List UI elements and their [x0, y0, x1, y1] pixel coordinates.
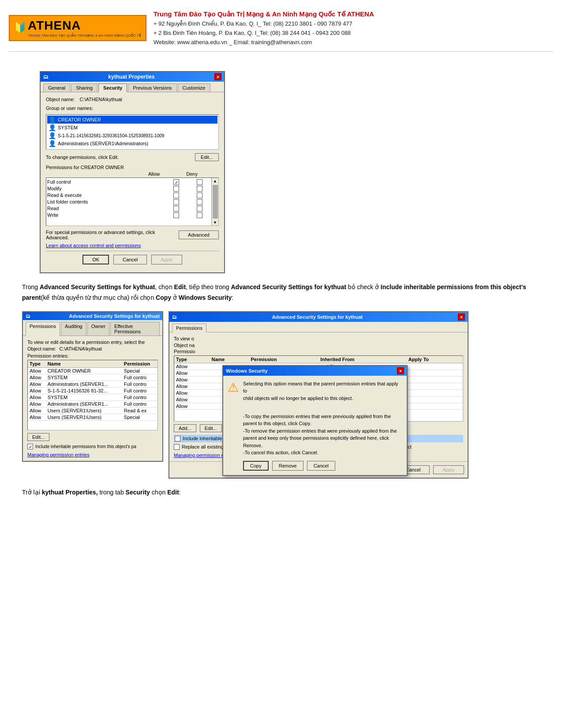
adv-right-view-text: To view o — [174, 336, 463, 341]
edit-button[interactable]: Edit... — [195, 153, 219, 161]
adv-right-titlebar: 🗂 Advanced Security Settings for kythuat… — [169, 312, 468, 322]
allow-check-0[interactable] — [173, 179, 179, 185]
right-col-perm: Permission — [249, 356, 318, 363]
row-name-1: SYSTEM — [46, 374, 122, 381]
perm-table-header: Type Name Permission — [28, 360, 157, 368]
ws-remove-button[interactable]: Remove — [272, 461, 303, 471]
adv-left-body: To view or edit details for a permission… — [23, 336, 162, 461]
adv-right-tab-permissions[interactable]: Permissions — [172, 324, 206, 332]
table-row[interactable]: Allow Administrators (SERVER1... Full co… — [28, 381, 157, 387]
table-row[interactable]: Allow SYSTEM Full contro — [28, 394, 157, 400]
tab-security[interactable]: Security — [98, 83, 127, 92]
perm-row-4: Read — [47, 205, 211, 212]
user-administrators[interactable]: 👤 Administrators (SERVER1\Administrators… — [47, 140, 217, 147]
table-row[interactable]: Allow Users (SERVER1\Users) Special — [28, 414, 157, 420]
advanced-button[interactable]: Advanced — [179, 230, 219, 239]
adv-left-tab-effective[interactable]: Effective Permissions — [110, 322, 160, 336]
adv-dialog-right: 🗂 Advanced Security Settings for kythuat… — [169, 311, 468, 479]
perm-table-container[interactable]: Type Name Permission Allow CREATOR OWNER… — [27, 360, 158, 430]
table-row[interactable]: Allow CREATOR OWNER Special — [28, 367, 157, 374]
allow-col-header: Allow — [148, 171, 160, 177]
apply-button[interactable]: Apply — [151, 255, 182, 264]
user-sid[interactable]: 👤 S-1-5-21-1415632681-3293361504-1525308… — [47, 132, 217, 140]
row-name-2: Administrators (SERVER1... — [46, 381, 122, 387]
learn-link[interactable]: Learn about access control and permissio… — [46, 243, 219, 248]
r-type-4: Allow — [174, 389, 210, 396]
managing-perm-link[interactable]: Managing permission entries — [27, 452, 158, 457]
deny-check-0[interactable] — [197, 179, 202, 185]
object-name-label: Object name: — [46, 97, 75, 102]
deny-col-header: Deny — [186, 171, 198, 177]
left-edit-button[interactable]: Edit... — [27, 433, 49, 441]
adv-left-tab-auditing[interactable]: Auditing — [61, 322, 86, 336]
perm-table-inner: Type Name Permission Allow CREATOR OWNER… — [28, 360, 157, 421]
permissions-scrollbar[interactable]: ▲ ▼ — [211, 178, 218, 226]
right-apply-button[interactable]: Apply — [433, 465, 464, 474]
bold-edit: Edit — [174, 283, 186, 290]
tab-previous-versions[interactable]: Previous Versions — [128, 83, 176, 92]
r-col5-4 — [407, 389, 463, 396]
table-row[interactable]: Allow Administrators (SERVER1... Full co… — [28, 400, 157, 407]
adv-left-tab-owner[interactable]: Owner — [87, 322, 109, 336]
deny-check-2[interactable] — [197, 192, 202, 198]
allow-check-3[interactable] — [173, 199, 179, 205]
tab-sharing[interactable]: Sharing — [71, 83, 97, 92]
allow-check-2[interactable] — [173, 192, 179, 198]
include-inherited-checkbox[interactable] — [27, 444, 33, 449]
right-edit-button[interactable]: Edit... — [200, 424, 222, 432]
close-button[interactable]: × — [214, 73, 221, 80]
bold-kythuat-props: kythuat Properties, — [42, 489, 98, 496]
row-perm-1: Full contro — [122, 374, 157, 381]
deny-check-4[interactable] — [197, 206, 202, 211]
ws-cancel-button[interactable]: Cancel — [307, 461, 335, 471]
table-row[interactable]: Allow S-1-5-21-14156326 81-32... Full co… — [28, 387, 157, 394]
allow-check-1[interactable] — [173, 186, 179, 192]
user-system[interactable]: 👤 SYSTEM — [47, 124, 217, 132]
user-icon: 👤 — [49, 116, 56, 123]
right-replace-checkbox[interactable] — [174, 444, 180, 450]
users-listbox[interactable]: 👤 CREATOR OWNER 👤 SYSTEM 👤 S-1-5-21-1415… — [46, 114, 219, 150]
adv-right-close-button[interactable]: × — [458, 313, 465, 321]
row-perm-4: Full contro — [122, 394, 157, 400]
cancel-button[interactable]: Cancel — [113, 255, 147, 264]
bold-copy: Copy — [156, 294, 171, 301]
row-name-7: Users (SERVER1\Users) — [46, 414, 122, 420]
row-type-4: Allow — [28, 394, 46, 400]
row-name-3: S-1-5-21-14156326 81-32... — [46, 387, 122, 394]
deny-check-1[interactable] — [197, 186, 202, 192]
special-perm-text: For special permissions or advanced sett… — [46, 230, 179, 240]
deny-check-3[interactable] — [197, 199, 202, 205]
perm-row-3: List folder contents — [47, 199, 211, 205]
ok-button[interactable]: OK — [82, 255, 109, 264]
adv-left-tabs: Permissions Auditing Owner Effective Per… — [23, 320, 162, 336]
user-icon: 👤 — [49, 124, 56, 131]
perm-name-1: Modify — [47, 186, 61, 192]
paragraph-2: Trở lại kythuat Properties, trong tab Se… — [22, 487, 540, 497]
adv-left-tab-permissions[interactable]: Permissions — [26, 322, 60, 336]
row-type-2: Allow — [28, 381, 46, 387]
bold-win-security: Windows Security — [179, 294, 232, 301]
table-row[interactable]: Allow Users (SERVER1\Users) Read & ex — [28, 407, 157, 414]
logo-icon: 🔰 — [14, 22, 26, 34]
add-button[interactable]: Add... — [174, 424, 196, 432]
right-include-inherited-checkbox[interactable] — [175, 436, 180, 441]
allow-check-4[interactable] — [173, 206, 179, 211]
logo-tagline: TRUNG TÂM ĐÀO TẠO QUẢN TRỊ MẠNG & AN NIN… — [28, 34, 141, 38]
tab-customize[interactable]: Customize — [178, 83, 210, 92]
r-type-0: Allow — [174, 363, 210, 370]
table-row[interactable]: Allow SYSTEM Full contro — [28, 374, 157, 381]
allow-check-5[interactable] — [173, 212, 179, 218]
scroll-up-icon[interactable]: ▲ — [212, 178, 218, 184]
user-icon: 👤 — [49, 140, 56, 147]
windows-security-popup: Windows Security × ⚠ Selecting this opti… — [222, 365, 408, 476]
perm-name-5: Write — [47, 212, 58, 218]
ws-msg-line1: Selecting this option means that the par… — [243, 381, 398, 394]
ws-popup-close-button[interactable]: × — [397, 367, 404, 374]
user-creator-owner[interactable]: 👤 CREATOR OWNER — [47, 116, 217, 124]
permissions-listbox[interactable]: Full control Modify — [46, 177, 219, 226]
scroll-thumb[interactable] — [213, 185, 218, 219]
ws-copy-button[interactable]: Copy — [243, 461, 269, 471]
scroll-down-icon[interactable]: ▼ — [212, 219, 218, 226]
deny-check-5[interactable] — [197, 212, 202, 218]
tab-general[interactable]: General — [43, 83, 70, 92]
